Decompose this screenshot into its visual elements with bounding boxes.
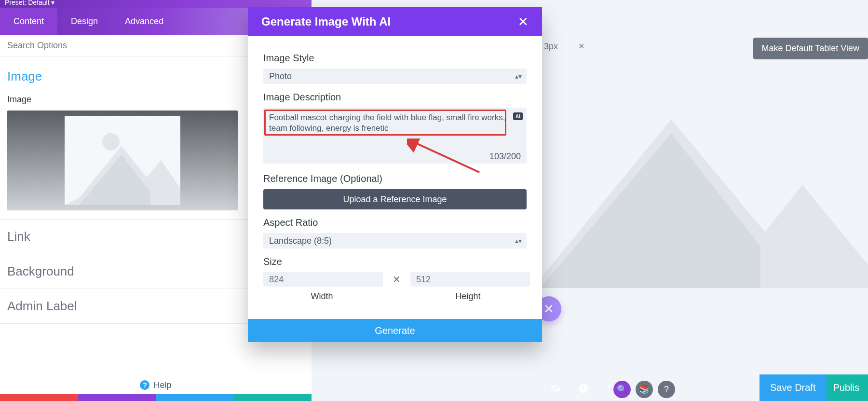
width-input[interactable] (263, 272, 383, 287)
aspect-ratio-select[interactable]: Landscape (8:5) ▴▾ (263, 233, 527, 249)
footer-undo-button[interactable] (78, 394, 156, 401)
make-default-tablet-view-button[interactable]: Make Default Tablet View (753, 38, 868, 59)
image-description-input[interactable] (263, 108, 527, 164)
history-clock-icon[interactable] (577, 382, 590, 395)
chevron-updown-icon: ▴▾ (515, 237, 522, 244)
preset-label: Preset: Default ▾ (5, 0, 55, 5)
size-label: Size (263, 256, 527, 267)
help-tooltip-icon[interactable]: ? (658, 381, 675, 398)
modal-close-button[interactable]: ✕ (518, 14, 529, 29)
tab-content[interactable]: Content (0, 8, 57, 35)
generate-image-ai-modal: Generate Image With AI ✕ Image Style Pho… (248, 7, 542, 342)
tab-advanced[interactable]: Advanced (111, 8, 177, 35)
close-icon: ✕ (518, 14, 529, 29)
image-upload-thumb[interactable] (7, 111, 238, 210)
panel-footer-actions (0, 394, 312, 401)
image-style-label: Image Style (263, 53, 527, 64)
image-placeholder-icon (65, 116, 180, 205)
close-icon: ✕ (543, 302, 554, 317)
generate-button[interactable]: Generate (248, 319, 542, 342)
viewport-tools: 🔍 📚 ? (613, 381, 675, 398)
footer-redo-button[interactable] (156, 394, 234, 401)
image-style-select[interactable]: Photo ▴▾ (263, 69, 527, 84)
footer-discard-button[interactable] (0, 394, 78, 401)
save-draft-button[interactable]: Save Draft (760, 374, 826, 401)
layers-icon[interactable]: 📚 (636, 381, 653, 398)
upload-reference-image-button[interactable]: Upload a Reference Image (263, 189, 527, 209)
chevron-updown-icon: ▴▾ (515, 73, 522, 80)
help-link[interactable]: ? Help (0, 376, 312, 394)
preset-dropdown[interactable]: Preset: Default ▾ (0, 0, 312, 8)
breakpoint-secondary-input[interactable] (585, 38, 628, 55)
description-char-count: 103/200 (489, 152, 521, 162)
modal-title: Generate Image With AI (261, 15, 391, 28)
width-sublabel: Width (263, 291, 380, 302)
modal-header: Generate Image With AI ✕ (248, 7, 542, 36)
publish-button[interactable]: Publis (827, 374, 868, 401)
height-input[interactable] (410, 272, 530, 287)
reference-image-label: Reference Image (Optional) (263, 173, 527, 184)
builder-bottom-toolbar (549, 380, 618, 397)
image-description-label: Image Description (263, 92, 527, 103)
size-labels-row: Width Height (263, 291, 527, 302)
size-inputs-row: ✕ (263, 272, 527, 287)
tab-design[interactable]: Design (57, 8, 111, 35)
modal-body: Image Style Photo ▴▾ Image Description A… (248, 36, 542, 305)
save-publish-bar: Save Draft Publis (760, 374, 868, 401)
help-icon: ? (140, 380, 149, 390)
clear-breakpoint-icon[interactable]: × (579, 41, 584, 52)
aspect-ratio-label: Aspect Ratio (263, 217, 527, 228)
help-label: Help (153, 380, 171, 390)
ai-assist-badge[interactable]: AI (513, 112, 523, 120)
footer-save-button[interactable] (234, 394, 312, 401)
zoom-search-icon[interactable]: 🔍 (613, 381, 631, 398)
aspect-ratio-value: Landscape (8:5) (269, 236, 332, 246)
image-description-wrapper: AI 103/200 (263, 108, 527, 166)
settings-gear-icon[interactable] (549, 382, 562, 395)
breakpoint-px-value[interactable]: 3px (542, 38, 584, 55)
image-style-value: Photo (269, 71, 292, 82)
svg-point-1 (102, 133, 120, 151)
canvas-image-placeholder (540, 94, 868, 286)
height-sublabel: Height (409, 291, 527, 302)
times-icon: ✕ (393, 274, 401, 285)
